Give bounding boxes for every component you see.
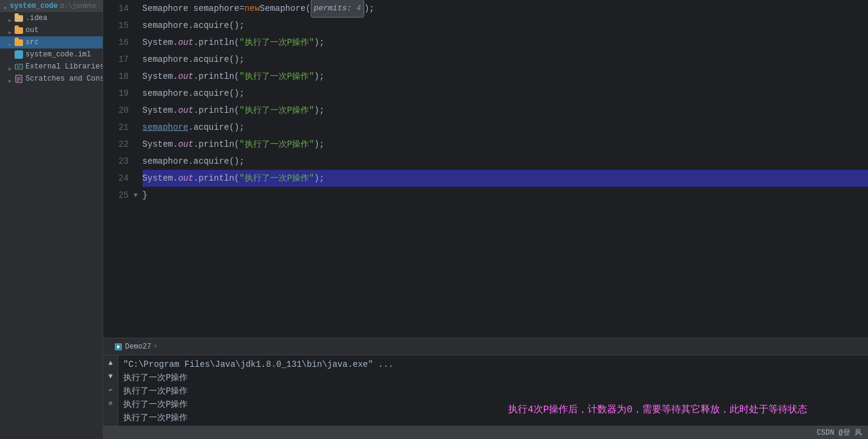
code-21-p2: .acquire(); <box>188 119 244 136</box>
project-name: system_code <box>10 2 58 10</box>
code-20-str: "执行了一次P操作" <box>239 102 314 119</box>
fold-gutter: ▼ <box>134 0 138 338</box>
code-18-str: "执行了一次P操作" <box>239 68 314 85</box>
scroll-up-btn[interactable]: ▲ <box>105 358 116 369</box>
ln-17: 17 <box>108 51 129 68</box>
code-22-out: out <box>178 136 193 153</box>
bottom-content: ▲ ▼ ↩ ⊘ "C:\Program Files\Java\jdk1.8.0_… <box>103 355 868 426</box>
console-line-1: 执行了一次P操作 <box>123 371 863 384</box>
folder-orange-icon <box>15 27 23 34</box>
demo27-tab-close[interactable]: × <box>154 343 157 350</box>
console-line-cmd: "C:\Program Files\Java\jdk1.8.0_131\bin\… <box>123 358 863 371</box>
arrow-right-icon <box>8 76 13 81</box>
sidebar-item-scratches[interactable]: Scratches and Consoles <box>0 73 103 85</box>
fold-marker-18 <box>134 68 138 85</box>
folder-orange-icon <box>15 39 23 46</box>
code-25: } <box>143 187 147 204</box>
sidebar-item-idea[interactable]: .idea <box>0 12 103 24</box>
output-3: 执行了一次P操作 <box>123 400 188 409</box>
code-15: semaphore.acquire(); <box>143 17 245 34</box>
code-18-p1: System. <box>143 68 178 85</box>
sidebar-item-src[interactable]: src <box>0 36 103 49</box>
code-14-p2: Semaphore( <box>260 0 311 17</box>
code-24-end: ); <box>314 170 324 187</box>
code-16-p2: .println( <box>194 34 240 51</box>
code-line-18: System.out.println("执行了一次P操作"); <box>143 68 868 85</box>
fold-marker-16 <box>134 34 138 51</box>
code-23: semaphore.acquire(); <box>143 153 245 170</box>
code-16-out: out <box>178 34 193 51</box>
sidebar-item-idea-label: .idea <box>25 14 47 22</box>
sidebar-item-out-label: out <box>25 26 39 35</box>
code-24-p2: .println( <box>194 170 240 187</box>
code-18-p2: .println( <box>194 68 240 85</box>
arrow-right-icon <box>8 28 13 33</box>
code-19: semaphore.acquire(); <box>143 85 245 102</box>
bottom-panel: Demo27 × ▲ ▼ ↩ ⊘ "C:\Program Files\Java\… <box>103 338 868 426</box>
bottom-tabs: Demo27 × <box>103 338 868 355</box>
code-18-end: ); <box>314 68 324 85</box>
wrap-btn[interactable]: ↩ <box>105 384 116 395</box>
project-sidebar: system_code D:\jonbhe .idea out src syst… <box>0 0 103 439</box>
code-24-p1: System. <box>143 170 178 187</box>
sidebar-item-iml-label: system_code.iml <box>25 50 91 59</box>
annotation-text: 执行4次P操作后，计数器为0，需要等待其它释放，此时处于等待状态 <box>508 404 807 415</box>
code-16-p1: System. <box>143 34 178 51</box>
code-16-end: ); <box>314 34 324 51</box>
code-line-16: System.out.println("执行了一次P操作"); <box>143 34 868 51</box>
fold-marker-20 <box>134 102 138 119</box>
fold-marker-24 <box>134 170 138 187</box>
demo27-tab[interactable]: Demo27 × <box>108 340 163 354</box>
fold-marker-19 <box>134 85 138 102</box>
ln-15: 15 <box>108 17 129 34</box>
code-14-new: new <box>245 0 260 17</box>
fold-marker-21 <box>134 119 138 136</box>
line-numbers: 14 15 16 17 18 19 20 21 22 23 24 25 <box>103 0 134 338</box>
external-libraries-icon <box>15 62 23 71</box>
ln-20: 20 <box>108 102 129 119</box>
clear-btn[interactable]: ⊘ <box>105 398 116 409</box>
demo27-tab-label: Demo27 <box>125 343 151 351</box>
ln-16: 16 <box>108 34 129 51</box>
sidebar-item-external-label: External Libraries <box>25 62 103 71</box>
code-line-25: } <box>143 187 868 204</box>
fold-marker-25: ▼ <box>134 187 138 204</box>
output-4: 执行了一次P操作 <box>123 413 188 423</box>
bottom-toolbar: ▲ ▼ ↩ ⊘ <box>103 355 118 426</box>
scroll-down-btn[interactable]: ▼ <box>105 371 116 382</box>
fold-marker-17 <box>134 51 138 68</box>
arrow-right-icon <box>8 16 13 21</box>
code-22-end: ); <box>314 136 324 153</box>
cmd-text: "C:\Program Files\Java\jdk1.8.0_131\bin\… <box>123 360 393 369</box>
scratches-icon <box>15 75 23 83</box>
project-path: D:\jonbhe <box>60 2 96 10</box>
fold-marker-22 <box>134 136 138 153</box>
sidebar-item-external-libraries[interactable]: External Libraries <box>0 61 103 73</box>
fold-marker-14 <box>134 0 138 17</box>
folder-icon <box>15 15 23 22</box>
code-line-17: semaphore.acquire(); <box>143 51 868 68</box>
code-14-hint: permits: 4 <box>311 0 364 18</box>
output-1: 执行了一次P操作 <box>123 373 188 383</box>
status-bar: CSDN @登 风 <box>103 426 868 439</box>
csdn-label: CSDN @登 风 <box>817 427 862 438</box>
code-line-23: semaphore.acquire(); <box>143 153 868 170</box>
code-24-out: out <box>178 170 193 187</box>
ln-19: 19 <box>108 85 129 102</box>
arrow-down-icon <box>4 4 8 8</box>
code-line-20: System.out.println("执行了一次P操作"); <box>143 102 868 119</box>
code-line-19: semaphore.acquire(); <box>143 85 868 102</box>
sidebar-item-out[interactable]: out <box>0 24 103 36</box>
sidebar-item-iml[interactable]: system_code.iml <box>0 49 103 61</box>
code-14-p1: Semaphore semaphore= <box>143 0 245 17</box>
code-lines-container[interactable]: Semaphore semaphore=new Semaphore(permit… <box>138 0 868 338</box>
console-line-2: 执行了一次P操作 <box>123 384 863 398</box>
code-editor: 14 15 16 17 18 19 20 21 22 23 24 25 <box>103 0 868 338</box>
code-line-22: System.out.println("执行了一次P操作"); <box>143 136 868 153</box>
code-17: semaphore.acquire(); <box>143 51 245 68</box>
ln-14: 14 <box>108 0 129 17</box>
code-24-str: "执行了一次P操作" <box>239 170 314 187</box>
code-line-14: Semaphore semaphore=new Semaphore(permit… <box>143 0 868 17</box>
sidebar-item-root[interactable]: system_code D:\jonbhe <box>0 0 103 12</box>
svg-rect-0 <box>15 64 22 69</box>
